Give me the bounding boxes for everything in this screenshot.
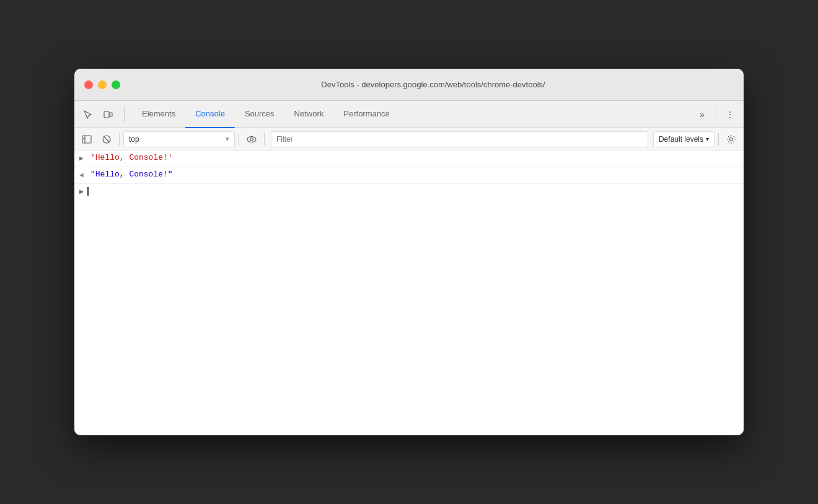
filter-input[interactable] [271, 131, 648, 147]
toolbar-divider-2 [239, 133, 239, 146]
tab-elements[interactable]: Elements [132, 101, 185, 128]
console-cursor [87, 187, 89, 196]
svg-point-10 [730, 137, 733, 141]
console-result-text: "Hello, Console!" [90, 170, 173, 179]
settings-button[interactable] [723, 131, 740, 148]
tab-performance[interactable]: Performance [333, 101, 399, 128]
minimize-button[interactable] [98, 80, 107, 89]
devtools-toolbar-icons [79, 106, 125, 123]
inspect-icon[interactable] [79, 106, 97, 123]
toolbar-divider-1 [119, 133, 120, 146]
more-tabs-icon[interactable]: » [693, 106, 711, 123]
title-bar: DevTools - developers.google.com/web/too… [74, 69, 744, 101]
svg-rect-0 [104, 111, 109, 118]
window-title: DevTools - developers.google.com/web/too… [133, 80, 734, 89]
svg-rect-1 [110, 113, 112, 116]
clear-console-button[interactable] [98, 131, 115, 148]
console-input-line[interactable]: ▶ [74, 184, 744, 199]
toolbar-divider-3 [264, 133, 265, 146]
svg-marker-5 [84, 137, 85, 140]
default-levels-arrow-icon: ▾ [706, 136, 709, 142]
eye-button[interactable] [243, 131, 260, 148]
svg-line-7 [104, 137, 109, 142]
console-entry-result: ◀ "Hello, Console!" [74, 167, 744, 184]
maximize-button[interactable] [112, 80, 120, 89]
console-toolbar: top ▾ Default levels ▾ [74, 128, 744, 150]
tabs-divider [716, 108, 716, 121]
svg-point-9 [250, 137, 253, 141]
show-sidebar-button[interactable] [78, 131, 95, 148]
toolbar-divider-4 [718, 133, 719, 146]
console-prompt-icon: ▶ [79, 187, 84, 196]
console-area: ▶ 'Hello, Console!' ◀ "Hello, Console!" … [74, 150, 744, 435]
device-toggle-icon[interactable] [99, 106, 117, 123]
default-levels-button[interactable]: Default levels ▾ [653, 131, 715, 147]
close-button[interactable] [84, 80, 93, 89]
console-entry-log: ▶ 'Hello, Console!' [74, 150, 744, 167]
tabs-bar: Elements Console Sources Network Perform… [74, 101, 744, 128]
console-log-text: 'Hello, Console!' [90, 153, 173, 162]
expand-arrow-icon[interactable]: ▶ [79, 153, 87, 164]
devtools-window: DevTools - developers.google.com/web/too… [74, 69, 744, 435]
svg-point-8 [247, 136, 256, 142]
tab-network[interactable]: Network [284, 101, 334, 128]
result-arrow-icon: ◀ [79, 170, 87, 181]
traffic-lights [84, 80, 120, 89]
context-selector[interactable]: top ▾ [123, 131, 235, 147]
context-dropdown-icon: ▾ [226, 135, 229, 143]
more-options-icon[interactable]: ⋮ [721, 106, 739, 123]
tab-console[interactable]: Console [185, 101, 235, 128]
tabs-right-actions: » ⋮ [693, 106, 739, 123]
tab-sources[interactable]: Sources [235, 101, 284, 128]
